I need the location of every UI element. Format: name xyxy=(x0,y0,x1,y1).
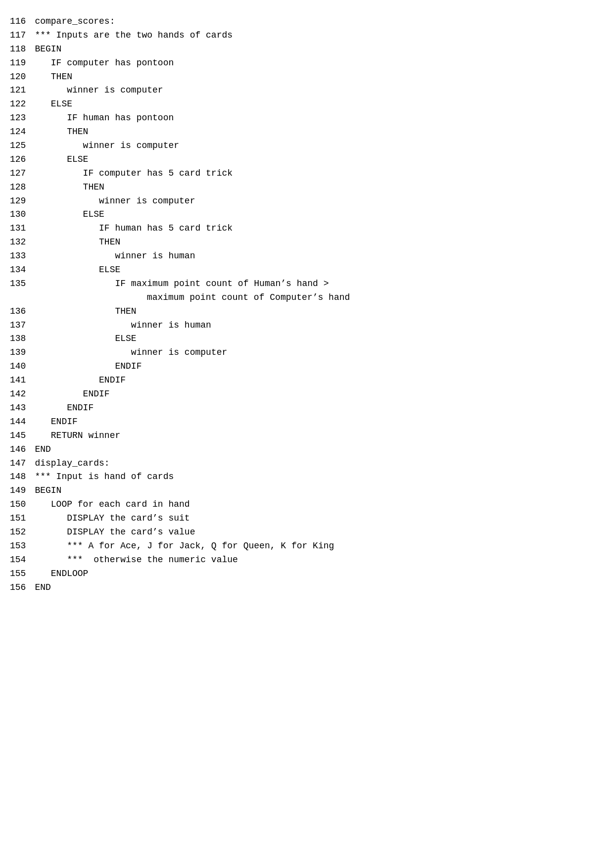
code-line: 117*** Inputs are the two hands of cards xyxy=(10,29,604,43)
line-number: 147 xyxy=(10,457,35,471)
code-line: 128 THEN xyxy=(10,181,604,194)
line-content: winner is computer xyxy=(35,84,604,97)
code-line: 138 ELSE xyxy=(10,332,604,346)
line-number: 125 xyxy=(10,139,35,153)
line-content: IF human has pontoon xyxy=(35,111,604,125)
line-number: 152 xyxy=(10,526,35,539)
line-content: RETURN winner xyxy=(35,429,604,443)
code-line: 156END xyxy=(10,581,604,595)
line-number: 136 xyxy=(10,305,35,319)
line-number: 121 xyxy=(10,84,35,97)
line-content: ENDLOOP xyxy=(35,567,604,581)
code-line: 147display_cards: xyxy=(10,457,604,471)
line-content: THEN xyxy=(35,305,604,319)
line-number: 151 xyxy=(10,512,35,526)
line-number: 156 xyxy=(10,581,35,595)
code-line: 149BEGIN xyxy=(10,484,604,498)
line-number: 154 xyxy=(10,553,35,567)
line-number: 146 xyxy=(10,443,35,457)
code-line: 118BEGIN xyxy=(10,43,604,56)
code-line: 143 ENDIF xyxy=(10,401,604,415)
code-line: 155 ENDLOOP xyxy=(10,567,604,581)
code-line: 146END xyxy=(10,443,604,457)
line-content: winner is computer xyxy=(35,346,604,360)
code-line: 131 IF human has 5 card trick xyxy=(10,222,604,236)
code-line: 130 ELSE xyxy=(10,208,604,222)
line-content: THEN xyxy=(35,181,604,194)
line-number: 133 xyxy=(10,249,35,263)
code-block: 116compare_scores:117*** Inputs are the … xyxy=(0,15,614,594)
line-number: 142 xyxy=(10,387,35,401)
line-content: compare_scores: xyxy=(35,15,604,29)
line-content: BEGIN xyxy=(35,484,604,498)
code-line: 141 ENDIF xyxy=(10,374,604,387)
code-line: 139 winner is computer xyxy=(10,346,604,360)
code-line: 152 DISPLAY the card’s value xyxy=(10,526,604,539)
code-line: 122 ELSE xyxy=(10,97,604,111)
line-content: IF maximum point count of Human’s hand > xyxy=(35,277,604,291)
code-line: 129 winner is computer xyxy=(10,194,604,208)
line-number: 137 xyxy=(10,319,35,333)
line-number: 116 xyxy=(10,15,35,29)
line-content: THEN xyxy=(35,125,604,139)
code-line: 154 *** otherwise the numeric value xyxy=(10,553,604,567)
line-number: 117 xyxy=(10,29,35,43)
line-number: 140 xyxy=(10,360,35,374)
code-line: 142 ENDIF xyxy=(10,387,604,401)
code-line: 148*** Input is hand of cards xyxy=(10,470,604,484)
code-line: 120 THEN xyxy=(10,70,604,84)
line-content: ELSE xyxy=(35,332,604,346)
code-line: 121 winner is computer xyxy=(10,84,604,97)
line-number: 130 xyxy=(10,208,35,222)
line-content: winner is human xyxy=(35,249,604,263)
line-number: 139 xyxy=(10,346,35,360)
code-line: 150 LOOP for each card in hand xyxy=(10,498,604,512)
line-content: *** Inputs are the two hands of cards xyxy=(35,29,604,43)
line-content: ELSE xyxy=(35,263,604,277)
code-line: 123 IF human has pontoon xyxy=(10,111,604,125)
line-content: END xyxy=(35,581,604,595)
line-content: LOOP for each card in hand xyxy=(35,498,604,512)
code-line: 144 ENDIF xyxy=(10,415,604,429)
line-number: 155 xyxy=(10,567,35,581)
line-content: ENDIF xyxy=(35,374,604,387)
line-number: 123 xyxy=(10,111,35,125)
code-line: 126 ELSE xyxy=(10,153,604,167)
line-number: 129 xyxy=(10,194,35,208)
line-content: ELSE xyxy=(35,208,604,222)
line-content: winner is computer xyxy=(35,139,604,153)
code-line: 136 THEN xyxy=(10,305,604,319)
line-content: END xyxy=(35,443,604,457)
line-content: *** Input is hand of cards xyxy=(35,470,604,484)
line-number: 135 xyxy=(10,277,35,291)
code-line: 153 *** A for Ace, J for Jack, Q for Que… xyxy=(10,539,604,553)
code-line: 133 winner is human xyxy=(10,249,604,263)
line-number: 120 xyxy=(10,70,35,84)
line-content: winner is computer xyxy=(35,194,604,208)
code-line: 145 RETURN winner xyxy=(10,429,604,443)
line-content: BEGIN xyxy=(35,43,604,56)
line-content: ENDIF xyxy=(35,415,604,429)
line-number: 124 xyxy=(10,125,35,139)
code-line: 135 IF maximum point count of Human’s ha… xyxy=(10,277,604,291)
line-content: *** A for Ace, J for Jack, Q for Queen, … xyxy=(35,539,604,553)
code-line: 134 ELSE xyxy=(10,263,604,277)
line-number: 126 xyxy=(10,153,35,167)
line-content: DISPLAY the card’s suit xyxy=(35,512,604,526)
line-content: IF human has 5 card trick xyxy=(35,222,604,236)
line-number: 132 xyxy=(10,236,35,249)
code-line: 116compare_scores: xyxy=(10,15,604,29)
code-line: 119 IF computer has pontoon xyxy=(10,56,604,70)
line-content: IF computer has 5 card trick xyxy=(35,167,604,181)
line-number: 138 xyxy=(10,332,35,346)
code-line: 127 IF computer has 5 card trick xyxy=(10,167,604,181)
line-number: 131 xyxy=(10,222,35,236)
line-number: 134 xyxy=(10,263,35,277)
line-content: ELSE xyxy=(35,153,604,167)
line-number: 150 xyxy=(10,498,35,512)
line-content: ENDIF xyxy=(35,360,604,374)
line-number: 122 xyxy=(10,97,35,111)
code-line: maximum point count of Computer’s hand xyxy=(10,291,604,305)
line-content: THEN xyxy=(35,236,604,249)
line-content: ENDIF xyxy=(35,401,604,415)
